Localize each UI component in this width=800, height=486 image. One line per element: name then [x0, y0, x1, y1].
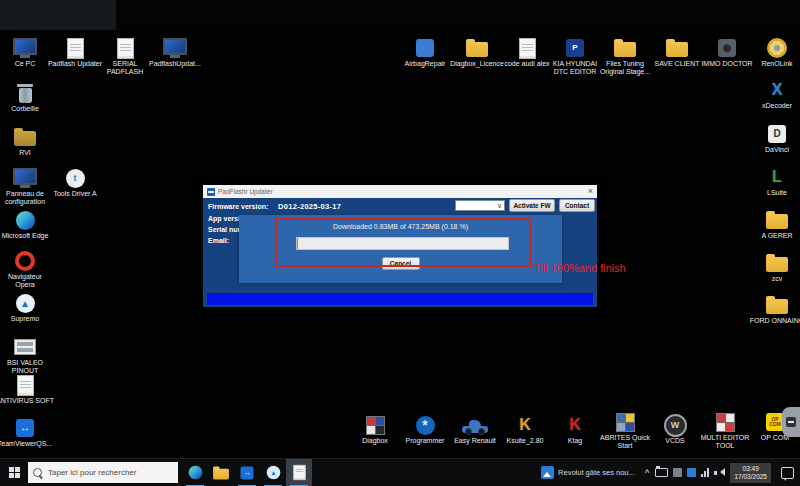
desktop-icon-lsuite[interactable]: LLSuite: [748, 167, 800, 197]
desktop-icon-label: Panneau de configuration: [5, 190, 45, 206]
taskbar-app-teamviewer-taskbar[interactable]: ↔: [234, 459, 260, 486]
app-icon: [416, 39, 434, 57]
recycle-bin-icon: [17, 84, 33, 103]
desktop-icon-files-tuning[interactable]: Files Tuning Original Stage...: [596, 38, 654, 76]
desktop-icon-ford-onnaing[interactable]: FORD ONNAING: [748, 295, 800, 325]
taskbar-search[interactable]: [28, 462, 178, 483]
desktop-icon-airbagrepair[interactable]: AirbagRepair: [396, 38, 454, 68]
news-widget[interactable]: Revolut gâte ses nou...: [537, 459, 639, 486]
desktop-icon-navigateur-opera[interactable]: Navigateur Opera: [0, 251, 54, 289]
download-progress-panel: Downloaded 0.83MB of 473.25MB (0.18 %) C…: [239, 215, 562, 283]
desktop-icon-label: zcv: [772, 275, 783, 283]
desktop-icon-label: MULTI EDITOR TOOL: [701, 434, 750, 450]
desktop-icon-label: xDecoder: [762, 102, 792, 110]
taskbar-clock[interactable]: 03:49 17/03/2025: [730, 463, 771, 483]
download-status-text: Downloaded 0.83MB of 473.25MB (0.18 %): [239, 223, 562, 230]
desktop-icon-label: Padflash Updater: [48, 60, 102, 68]
news-icon: [541, 466, 554, 479]
dialog-titlebar[interactable]: PadFlashr Updater ×: [203, 185, 597, 198]
tray-display[interactable]: [673, 468, 682, 477]
desktop-icon-label: TeamViewerQS...: [0, 440, 52, 448]
desktop-icon-label: Supremo: [11, 315, 39, 323]
app-icon: ▲: [266, 466, 280, 480]
desktop-icon-a-gerer[interactable]: A GERER: [748, 210, 800, 240]
desktop-icon-label: KIA HYUNDAI DTC EDITOR: [553, 60, 597, 76]
desktop-icon-supremo[interactable]: ▲Supremo: [0, 293, 54, 323]
clock-time: 03:49: [734, 465, 767, 473]
desktop-icon-label: SERIAL PADFLASH: [107, 60, 143, 76]
close-icon[interactable]: ×: [588, 187, 593, 196]
desktop-icon-label: PadflashUpdat...: [149, 60, 201, 68]
desktop-icon-label: Navigateur Opera: [8, 273, 42, 289]
folder-icon: [666, 42, 688, 57]
desktop-icon-label: Easy Renault: [454, 437, 496, 445]
desktop-icon-label: LSuite: [767, 189, 787, 197]
cancel-button[interactable]: Cancel: [382, 257, 420, 270]
desktop-icon-davinci[interactable]: DDaVinci: [748, 124, 800, 154]
desktop-icon-label: DaVinci: [765, 146, 789, 154]
desktop-icon-tools-driver-a[interactable]: tTools Driver A: [46, 168, 104, 198]
app-logo-icon: [207, 188, 215, 196]
desktop-icon-label: VCDS: [665, 437, 684, 445]
folder-icon: [466, 42, 488, 57]
desktop-icon-label: Ktag: [568, 437, 582, 445]
news-headline: Revolut gâte ses nou...: [558, 468, 635, 477]
desktop-icon-xdecoder[interactable]: XxDecoder: [748, 80, 800, 110]
desktop-icon-label: Corbeille: [11, 105, 39, 113]
search-input[interactable]: [46, 467, 170, 478]
desktop-icon-label: BSI VALEO PINOUT: [7, 359, 43, 375]
desktop-icon-corbeille[interactable]: Corbeille: [0, 83, 54, 113]
desktop-icon-antivirus-soft[interactable]: ANTIVIRUS SOFT: [0, 375, 54, 405]
folder-icon: [766, 214, 788, 229]
desktop-icon-padflashupdat[interactable]: PadflashUpdat...: [146, 38, 204, 68]
folder-icon: [213, 468, 229, 479]
system-tray: [655, 468, 724, 477]
desktop-icon-label: Tools Driver A: [53, 190, 96, 198]
desktop-icon-label: RenOLink: [761, 60, 792, 68]
notification-icon[interactable]: [781, 467, 794, 479]
folder-icon: [14, 131, 36, 146]
document-icon: [519, 38, 536, 59]
top-strip: [0, 0, 800, 30]
folder-icon: [766, 299, 788, 314]
taskbar-app-file-explorer[interactable]: [208, 459, 234, 486]
contact-button[interactable]: Contact: [559, 199, 595, 212]
taskbar-app-edge-taskbar[interactable]: [182, 459, 208, 486]
start-button[interactable]: [0, 459, 28, 486]
tray-chevron-icon[interactable]: ^: [645, 468, 650, 477]
network-icon[interactable]: [701, 468, 709, 477]
app-icon: W: [664, 414, 687, 437]
desktop-icon-microsoft-edge[interactable]: Microsoft Edge: [0, 210, 54, 240]
screenshot-icon: [786, 417, 796, 427]
app-icon: ↔: [241, 466, 254, 479]
taskbar-app-supremo-taskbar[interactable]: ▲: [260, 459, 286, 486]
desktop-icon-label: Files Tuning Original Stage...: [600, 60, 650, 76]
desktop-icon-label: ANTIVIRUS SOFT: [0, 397, 54, 405]
dialog-body: Firmware version: D012-2025-03-17 ∨ Acti…: [203, 198, 597, 307]
desktop-icon-label: IMMO DOCTOR: [701, 60, 752, 68]
desktop-icon-zcv[interactable]: zcv: [748, 253, 800, 283]
taskbar-right: Revolut gâte ses nou... ^ 03:49 17/03/20…: [537, 459, 800, 486]
firmware-version-value: D012-2025-03-17: [278, 202, 341, 211]
computer-icon: [13, 168, 37, 188]
tray-app-blue[interactable]: [687, 468, 696, 477]
app-icon: ▲: [16, 294, 35, 313]
opera-icon: [15, 251, 35, 271]
desktop-icon-label: FORD ONNAING: [750, 317, 800, 325]
desktop-icon-teamviewerqs[interactable]: ↔TeamViewerQS...: [0, 418, 54, 448]
activate-fw-button[interactable]: Activate FW: [509, 199, 555, 212]
desktop-icon-label: Ksuite_2.80: [507, 437, 544, 445]
desktop-icon-label: Microsoft Edge: [2, 232, 49, 240]
desktop-icon-renolink[interactable]: RenOLink: [748, 38, 800, 68]
desktop-icon-label: Diagbox_Licence: [450, 60, 504, 68]
taskbar-app-padflash-app-taskbar[interactable]: [286, 459, 312, 486]
app-icon: D: [768, 125, 786, 143]
overlay-bubble[interactable]: [782, 407, 800, 437]
volume-icon[interactable]: [714, 468, 724, 477]
desktop: Ce PCPadflash UpdaterSERIAL PADFLASHPadf…: [0, 0, 800, 486]
firmware-dropdown[interactable]: ∨: [455, 200, 505, 211]
tray-folder[interactable]: [655, 468, 668, 477]
taskbar-apps: ↔▲: [182, 459, 312, 486]
desktop-icon-rvi[interactable]: RVI: [0, 127, 54, 157]
desktop-icon-bsi-valeo-pinout[interactable]: BSI VALEO PINOUT: [0, 337, 54, 375]
